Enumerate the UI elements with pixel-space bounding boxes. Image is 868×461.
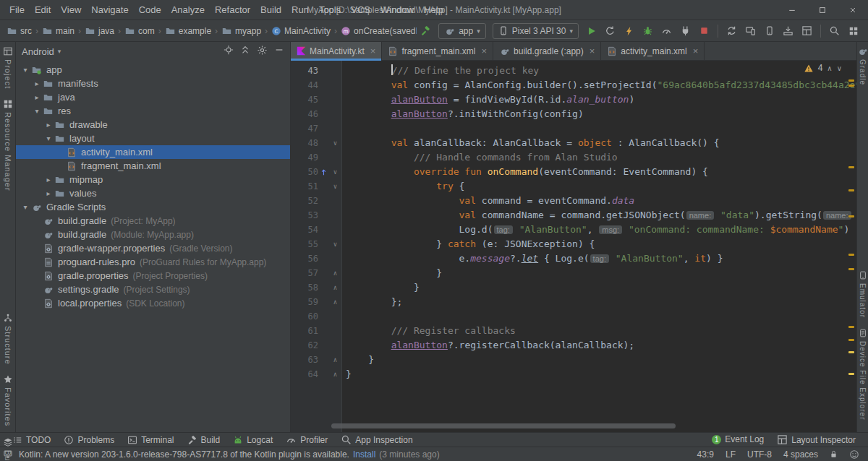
run-config-selector[interactable]: app▾ [438, 23, 486, 39]
sdk-manager-button[interactable] [779, 22, 797, 40]
tree-item-settings-gradle-project-settings[interactable]: settings.gradle(Project Settings) [16, 283, 290, 296]
chevron-down-icon[interactable]: ▾ [43, 134, 54, 142]
toolwindow-project[interactable]: Project [3, 46, 13, 89]
fold-up-icon[interactable]: ∧ [328, 367, 342, 382]
avd-manager-button[interactable] [741, 22, 760, 40]
toolwindow-logcat[interactable]: Logcat [226, 433, 279, 447]
warning-mark[interactable] [848, 351, 854, 353]
locate-button[interactable] [224, 45, 234, 58]
profiler-button[interactable] [658, 22, 676, 40]
menu-edit[interactable]: Edit [30, 0, 56, 20]
code-line-57[interactable]: 57∧ } [291, 266, 856, 280]
code-line-48[interactable]: 48∨ val alanCallback: AlanCallback = obj… [291, 136, 856, 150]
override-marker-icon[interactable] [318, 165, 328, 179]
chevron-down-icon[interactable]: ▾ [20, 203, 30, 211]
collapse-all-button[interactable] [240, 45, 250, 58]
maximize-button[interactable] [807, 0, 838, 20]
prev-issue-icon[interactable]: ∧ [827, 64, 832, 72]
toolwindow-structure[interactable]: Structure [3, 313, 13, 365]
warning-mark[interactable] [848, 189, 854, 191]
fold-down-icon[interactable]: ∨ [328, 136, 342, 150]
fold-up-icon[interactable]: ∧ [328, 280, 342, 295]
tree-item-gradle-wrapper-properties-gradle-version[interactable]: gradle-wrapper.properties(Gradle Version… [16, 241, 290, 255]
code-line-55[interactable]: 55∨ } catch (e: JSONException) { [291, 237, 856, 251]
toolwindow-favorites[interactable]: Favorites [3, 374, 13, 426]
warning-mark[interactable] [848, 215, 854, 217]
tree-item-gradle-properties-project-properties[interactable]: gradle.properties(Project Properties) [16, 269, 290, 283]
tree-item-local-properties-sdk-location[interactable]: local.properties(SDK Location) [16, 296, 290, 310]
breadcrumb-example[interactable]: example [164, 26, 212, 36]
code-line-61[interactable]: 61 /// Register callbacks [291, 324, 856, 338]
chevron-right-icon[interactable]: ▸ [43, 189, 54, 197]
indent-setting[interactable]: 4 spaces [783, 449, 818, 460]
warning-mark[interactable] [848, 254, 854, 256]
file-encoding[interactable]: UTF-8 [747, 449, 772, 460]
toolwindow-toggle-icon[interactable] [3, 449, 13, 459]
tree-item-activity-main-xml[interactable]: activity_main.xml [16, 145, 290, 159]
chevron-right-icon[interactable]: ▸ [32, 93, 42, 101]
fold-down-icon[interactable]: ∨ [328, 165, 342, 179]
breadcrumb-mainactivity[interactable]: CMainActivity [271, 26, 331, 36]
code-line-45[interactable]: 45 alanButton = findViewById(R.id.alan_b… [291, 92, 856, 107]
warning-mark[interactable] [848, 166, 854, 168]
warning-mark[interactable] [848, 373, 854, 375]
tree-item-fragment-main-xml[interactable]: fragment_main.xml [16, 159, 290, 173]
layout-inspector-button[interactable] [798, 22, 816, 40]
editor[interactable]: 43 /// Define the project key44 val conf… [291, 61, 856, 432]
tree-item-values[interactable]: ▸values [16, 186, 290, 200]
warning-mark[interactable] [848, 268, 854, 270]
menu-file[interactable]: File [4, 0, 30, 20]
breadcrumb-main[interactable]: main [41, 26, 75, 36]
menu-code[interactable]: Code [134, 0, 166, 20]
warning-mark[interactable] [848, 339, 854, 341]
code-line-58[interactable]: 58∧ } [291, 280, 856, 295]
tree-item-layout[interactable]: ▾layout [16, 132, 290, 145]
status-message[interactable]: Kotlin: A new version 203-1.6.0-release-… [19, 449, 440, 460]
code-area[interactable]: 43 /// Define the project key44 val conf… [291, 64, 856, 382]
code-line-49[interactable]: 49 /// Handle commands from Alan Studio [291, 150, 856, 165]
status-indicator-icon[interactable] [849, 449, 859, 460]
code-line-43[interactable]: 43 /// Define the project key [291, 64, 856, 78]
chevron-right-icon[interactable]: ▸ [32, 79, 42, 87]
code-line-47[interactable]: 47 [291, 121, 856, 136]
code-line-56[interactable]: 56 e.message?.let { Log.e(tag: "AlanButt… [291, 251, 856, 266]
toolwindow-emulator[interactable]: Emulator [859, 270, 867, 318]
tab-mainactivity-kt[interactable]: MainActivity.kt× [291, 42, 382, 60]
toolwindow-build[interactable]: Build [181, 433, 227, 447]
close-tab-icon[interactable]: × [693, 46, 699, 56]
attach-debugger-button[interactable] [676, 22, 694, 40]
code-line-62[interactable]: 62 alanButton?.registerCallback(alanCall… [291, 338, 856, 353]
breadcrumb-myapp[interactable]: myapp [221, 26, 262, 36]
menu-build[interactable]: Build [255, 0, 286, 20]
close-button[interactable] [838, 0, 868, 20]
toolwindow-todo[interactable]: TODO [6, 433, 57, 447]
fold-up-icon[interactable]: ∧ [328, 266, 342, 280]
next-issue-icon[interactable]: ∨ [837, 64, 842, 72]
breadcrumb-com[interactable]: com [124, 26, 156, 36]
chevron-right-icon[interactable]: ▸ [43, 121, 54, 129]
tree-item-build-gradle-module-myapp-app[interactable]: build.gradle(Module: MyApp.app) [16, 228, 290, 241]
menu-refactor[interactable]: Refactor [210, 0, 255, 20]
menu-vcs[interactable]: VCS [346, 0, 375, 20]
code-line-50[interactable]: 50∨ override fun onCommand(eventCommand:… [291, 165, 856, 179]
install-link[interactable]: Install [353, 449, 375, 460]
breadcrumb-src[interactable]: src [6, 26, 33, 36]
code-line-51[interactable]: 51∨ try { [291, 179, 856, 194]
menu-run[interactable]: Run [286, 0, 314, 20]
toolwindow-layout-inspector[interactable]: Layout Inspector [770, 434, 862, 445]
close-tab-icon[interactable]: × [590, 46, 595, 56]
code-line-46[interactable]: 46 alanButton?.initWithConfig(config) [291, 107, 856, 121]
warning-mark[interactable] [848, 326, 854, 328]
tree-item-manifests[interactable]: ▸manifests [16, 77, 290, 90]
fold-up-icon[interactable]: ∧ [328, 295, 342, 309]
project-view-selector[interactable]: Android ▾ [22, 46, 61, 57]
tree-item-proguard-rules-pro-proguard-rules-for-myapp-app[interactable]: proguard-rules.pro(ProGuard Rules for My… [16, 255, 290, 269]
close-tab-icon[interactable]: × [481, 46, 487, 56]
search-button[interactable] [825, 22, 843, 40]
code-line-60[interactable]: 60 [291, 309, 856, 324]
chevron-right-icon[interactable]: ▸ [43, 176, 54, 184]
toolwindow-resource-manager[interactable]: Resource Manager [3, 99, 13, 191]
apply-changes-button[interactable] [601, 22, 619, 40]
code-line-64[interactable]: 64∧} [291, 367, 856, 382]
chevron-down-icon[interactable]: ▾ [32, 107, 42, 115]
